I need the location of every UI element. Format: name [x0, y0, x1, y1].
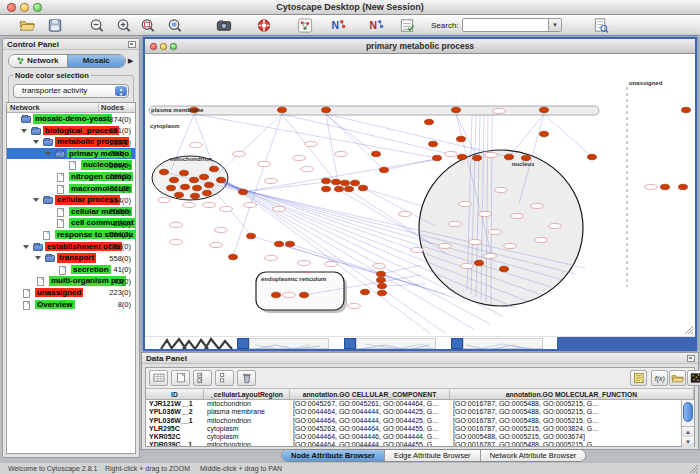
tree-row-cellular-process[interactable]: cellular process614(0) — [7, 194, 135, 206]
graph-node[interactable] — [377, 277, 386, 283]
table-row-yjr121w__1[interactable]: YJR121W__1mitochondrion[GO:0045267, GO:0… — [146, 400, 681, 408]
more-tabs-arrow-icon[interactable]: ▶ — [128, 57, 136, 65]
graph-node[interactable] — [167, 185, 176, 191]
node-color-dropdown[interactable]: transporter activity ▲▼ — [13, 84, 129, 98]
graph-node[interactable] — [500, 266, 509, 272]
graph-node[interactable] — [181, 184, 190, 190]
tree-row-primary-metabo[interactable]: primary metabo209(... — [7, 148, 135, 160]
graph-node[interactable] — [217, 177, 226, 183]
unselect-attributes-button[interactable] — [215, 370, 234, 386]
tab-node-attribute-browser[interactable]: Node Attribute Browser — [282, 450, 385, 461]
zoom-out-icon[interactable] — [88, 17, 106, 34]
graph-node[interactable] — [229, 254, 238, 260]
tree-row-nucleobase-[interactable]: nucleobase-209(0) — [7, 159, 135, 171]
tree-column-nodes[interactable]: Nodes — [99, 103, 135, 112]
graph-node[interactable] — [588, 154, 597, 160]
graph-node[interactable] — [286, 241, 295, 247]
graph-node[interactable] — [322, 186, 331, 192]
column-header-id[interactable]: ID — [146, 390, 204, 399]
table-row-ypl036w__2[interactable]: YPL036W__2plasma membrane[GO:0044464, GO… — [146, 408, 681, 416]
graph-node[interactable] — [203, 190, 212, 196]
zoom-in-icon[interactable] — [115, 17, 133, 34]
tree-row-overview[interactable]: Overview8(0) — [7, 299, 135, 311]
table-scrollbar[interactable]: ▲ ▼ — [681, 400, 694, 446]
tree-row-label[interactable]: mosaic-demo-yeast — [33, 114, 112, 124]
graph-node[interactable] — [341, 180, 350, 186]
graph-node[interactable] — [380, 167, 389, 173]
save-icon[interactable] — [46, 17, 64, 34]
graph-node[interactable] — [239, 189, 248, 195]
graph-node[interactable] — [191, 193, 200, 199]
tree-row-label[interactable]: Overview — [35, 300, 75, 310]
graph-node[interactable] — [505, 154, 514, 160]
tab-edge-attribute-browser[interactable]: Edge Attribute Browser — [385, 450, 481, 461]
graph-node[interactable] — [210, 166, 219, 172]
search-input[interactable]: ▼ — [462, 18, 562, 32]
graph-node[interactable] — [679, 184, 688, 190]
graph-node[interactable] — [322, 178, 331, 184]
tree-row-cell-communicat[interactable]: cell communicat22(0) — [7, 217, 135, 229]
scroll-down-icon[interactable]: ▼ — [682, 437, 694, 447]
graph-node[interactable] — [473, 155, 482, 161]
zoom-selected-icon[interactable] — [139, 17, 157, 34]
tree-row-transport[interactable]: transport558(0) — [7, 252, 135, 264]
tree-row-macromolecule[interactable]: macromolecule311(0) — [7, 183, 135, 195]
graph-node[interactable] — [457, 136, 466, 142]
graph-node[interactable] — [378, 290, 387, 296]
network-graph[interactable]: plasma membranecytoplasmmitochondrionnuc… — [145, 54, 695, 336]
select-attributes-button[interactable] — [193, 370, 212, 386]
scrollbar-thumb[interactable] — [683, 402, 693, 422]
float-data-panel-icon[interactable] — [687, 355, 695, 362]
graph-node[interactable] — [345, 186, 354, 192]
graph-node[interactable] — [361, 289, 370, 295]
graph-node[interactable] — [322, 107, 331, 113]
graph-node[interactable] — [452, 107, 461, 113]
plasma-membrane-region[interactable] — [149, 106, 599, 115]
tree-row-unassigned[interactable]: unassigned223(0) — [7, 287, 135, 299]
expand-arrow-icon[interactable] — [45, 152, 51, 156]
network-canvas[interactable]: plasma membranecytoplasmmitochondrionnuc… — [145, 54, 695, 336]
search-dropdown-caret[interactable]: ▼ — [548, 19, 561, 31]
create-network-icon[interactable] — [296, 17, 314, 34]
graph-node[interactable] — [433, 155, 442, 161]
graph-node[interactable] — [429, 141, 438, 147]
graph-node[interactable] — [332, 179, 341, 185]
expand-arrow-icon[interactable] — [35, 256, 41, 260]
tree-row-biological-process[interactable]: biological_process651(0) — [7, 125, 135, 137]
tree-row-establishment-of-lo[interactable]: establishment of lo558(0) — [7, 241, 135, 253]
graph-node[interactable] — [190, 177, 199, 183]
tree-row-multi-organism-pro[interactable]: multi-organism pro42(0) — [7, 275, 135, 287]
expand-arrow-icon[interactable] — [33, 140, 39, 144]
graph-node[interactable] — [272, 292, 281, 298]
dropdown-stepper-icon[interactable]: ▲▼ — [115, 86, 127, 96]
graph-node[interactable] — [300, 292, 309, 298]
zoom-fit-icon[interactable] — [166, 17, 184, 34]
help-ring-icon[interactable] — [255, 17, 273, 34]
graph-node[interactable] — [180, 170, 189, 176]
expand-arrow-icon[interactable] — [33, 198, 39, 202]
tree-row-response-to-stimulu[interactable]: response to stimulu264(0) — [7, 229, 135, 241]
graph-node[interactable] — [378, 283, 387, 289]
window-resize-grip[interactable] — [689, 464, 699, 474]
expand-arrow-icon[interactable] — [23, 245, 29, 249]
frame-resize-grip[interactable] — [684, 325, 694, 335]
graph-node[interactable] — [661, 184, 670, 190]
column-header-cellular-component[interactable]: annotation.GO CELLULAR_COMPONENT — [290, 390, 450, 399]
scroll-up-icon[interactable]: ▲ — [682, 427, 694, 437]
new-attribute-button[interactable] — [171, 370, 190, 386]
expand-network-icon[interactable]: N — [367, 17, 385, 34]
float-panel-icon[interactable] — [128, 41, 136, 48]
column-header-molecular-function[interactable]: annotation.GO MOLECULAR_FUNCTION — [450, 390, 694, 399]
graph-node[interactable] — [278, 107, 287, 113]
tree-row-metabolic-process[interactable]: metabolic process280(0) — [7, 136, 135, 148]
graph-node[interactable] — [359, 185, 368, 191]
graph-node[interactable] — [205, 182, 214, 188]
graph-node[interactable] — [372, 151, 381, 157]
table-row-ylr295c[interactable]: YLR295Ccytoplasm[GO:0045263, GO:0044464,… — [146, 425, 681, 433]
expand-arrow-icon[interactable] — [21, 129, 27, 133]
graph-node[interactable] — [175, 192, 184, 198]
attribute-notes-button[interactable] — [630, 370, 647, 386]
tree-row-label[interactable]: unassigned — [35, 288, 83, 298]
graph-node[interactable] — [247, 233, 256, 239]
tab-network-attribute-browser[interactable]: Network Attribute Browser — [481, 450, 586, 461]
